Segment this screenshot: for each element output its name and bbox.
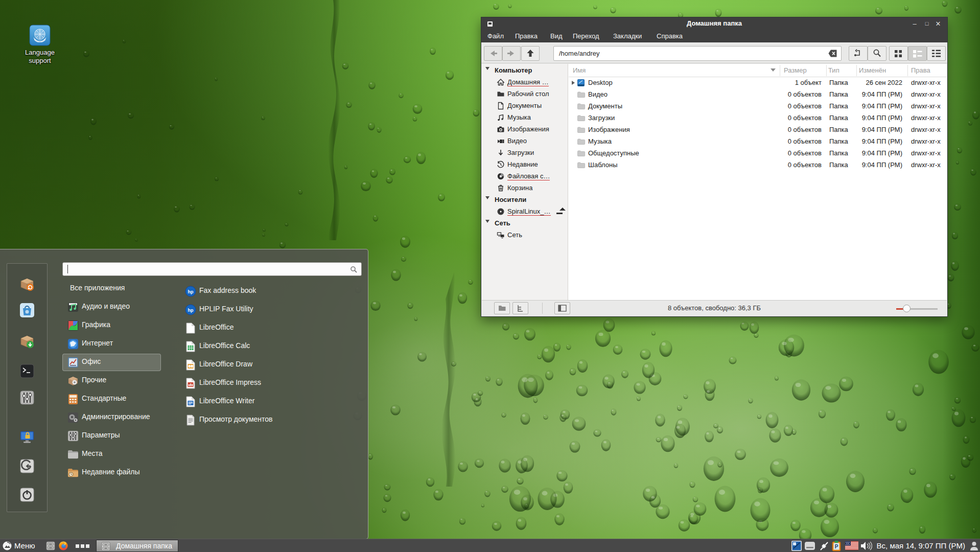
svg-text:hp: hp	[188, 289, 194, 294]
svg-text:hp: hp	[188, 308, 194, 313]
svg-text:P: P	[835, 544, 838, 549]
